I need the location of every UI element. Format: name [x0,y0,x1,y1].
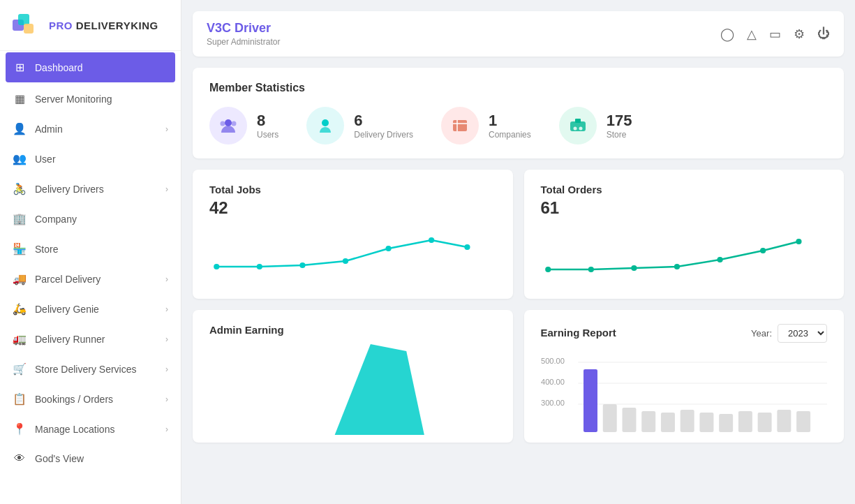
stat-label: Companies [489,130,531,140]
year-select[interactable]: 2023 2022 2021 [778,324,827,343]
svg-rect-44 [757,413,771,432]
stat-value: 8 [257,112,278,130]
svg-marker-28 [335,344,424,435]
svg-rect-1 [18,14,29,25]
nav-icon-gods-view: 👁 [13,452,27,465]
svg-rect-35 [583,369,597,432]
svg-point-12 [573,127,577,131]
svg-point-21 [545,267,551,272]
profile-icon[interactable]: ◯ [720,27,734,42]
svg-point-23 [631,265,637,271]
total-jobs-chart [209,226,496,282]
nav-label-bookings-orders: Bookings / Orders [35,394,157,405]
sidebar-item-user[interactable]: 👥 User [0,144,181,174]
logo-text: PRO DELIVERYKING [49,20,158,31]
nav-label-delivery-genie: Delivery Genie [35,304,157,315]
nav-icon-delivery-genie: 🛵 [13,302,27,316]
stat-label: Users [257,130,278,140]
sidebar-item-store-delivery[interactable]: 🛒 Store Delivery Services › [0,354,181,384]
alert-icon[interactable]: △ [747,27,757,42]
svg-rect-43 [738,411,752,432]
nav-label-gods-view: God's View [35,453,168,464]
main-content: V3C Driver Super Administrator ◯ △ ▭ ⚙ ⏻… [181,0,855,504]
sidebar-item-delivery-genie[interactable]: 🛵 Delivery Genie › [0,294,181,324]
charts-row: Total Jobs 42 Total Orders 61 [193,170,844,299]
stat-info: 1 Companies [489,112,531,140]
sidebar-item-gods-view[interactable]: 👁 God's View [0,444,181,473]
svg-point-22 [588,267,593,272]
nav-icon-delivery-runner: 🚛 [13,332,27,346]
sidebar-item-delivery-runner[interactable]: 🚛 Delivery Runner › [0,324,181,354]
sidebar-item-dashboard[interactable]: ⊞ Dashboard [6,52,175,82]
admin-earning-svg [209,344,496,435]
svg-rect-10 [570,121,586,131]
logo-icon [11,10,42,40]
stat-item-delivery-drivers: 6 Delivery Drivers [306,107,413,144]
header-card: V3C Driver Super Administrator ◯ △ ▭ ⚙ ⏻ [193,11,844,57]
sidebar-item-parcel-delivery[interactable]: 🚚 Parcel Delivery › [0,264,181,294]
nav-label-company: Company [35,214,168,225]
earning-report-svg: 500.00 400.00 300.00 [541,355,828,439]
svg-rect-41 [699,413,713,432]
admin-earning-card: Admin Earning [193,310,513,443]
svg-point-25 [717,257,722,262]
svg-point-5 [232,121,237,126]
header-info: V3C Driver Super Administrator [207,21,280,47]
earning-report-header: Earning Report Year: 2023 2022 2021 [541,324,828,350]
svg-point-27 [796,239,801,244]
svg-point-24 [674,264,679,269]
driver-name: V3C Driver [207,21,280,36]
svg-rect-2 [24,24,34,34]
bar-chart-area: 500.00 400.00 300.00 [541,355,828,439]
total-orders-value: 61 [541,198,828,218]
total-orders-card: Total Orders 61 [524,170,845,299]
stat-label: Delivery Drivers [354,130,413,140]
nav-label-store: Store [35,244,168,255]
total-orders-title: Total Orders [541,184,828,195]
svg-rect-45 [777,410,791,432]
sidebar-item-delivery-drivers[interactable]: 🚴 Delivery Drivers › [0,174,181,204]
sidebar: PRO DELIVERYKING ⊞ Dashboard ▦ Server Mo… [0,0,181,504]
stat-info: 8 Users [257,112,278,140]
nav-icon-bookings-orders: 📋 [13,392,27,406]
sidebar-item-admin[interactable]: 👤 Admin › [0,114,181,144]
sidebar-item-bookings-orders[interactable]: 📋 Bookings / Orders › [0,384,181,414]
nav-icon-parcel-delivery: 🚚 [13,272,27,286]
stat-value: 6 [354,112,413,130]
nav-icon-manage-locations: 📍 [13,422,27,436]
admin-earning-chart [209,344,496,435]
nav-label-store-delivery: Store Delivery Services [35,364,157,375]
nav-icon-dashboard: ⊞ [13,61,27,74]
svg-point-14 [214,264,219,269]
sidebar-item-server-monitoring[interactable]: ▦ Server Monitoring [0,84,181,114]
svg-point-20 [464,244,470,250]
stat-icon-purple [209,107,247,144]
svg-point-3 [225,119,232,126]
sidebar-item-company[interactable]: 🏢 Company [0,204,181,234]
nav-label-parcel-delivery: Parcel Delivery [35,274,157,285]
document-icon[interactable]: ▭ [769,27,781,42]
member-statistics-title: Member Statistics [209,82,827,94]
sidebar-item-manage-locations[interactable]: 📍 Manage Locations › [0,414,181,444]
svg-point-4 [221,121,225,126]
nav-icon-server-monitoring: ▦ [13,92,27,105]
earning-row: Admin Earning Earning Report Year: 2023 … [193,310,844,443]
stat-info: 6 Delivery Drivers [354,112,413,140]
nav-icon-company: 🏢 [13,212,27,225]
member-statistics-card: Member Statistics 8 Users 6 Delivery Dri… [193,68,844,158]
svg-rect-37 [622,408,636,432]
stats-grid: 8 Users 6 Delivery Drivers 1 Companies [209,107,827,144]
power-icon[interactable]: ⏻ [817,27,830,41]
svg-rect-36 [602,404,616,432]
svg-rect-39 [660,413,674,432]
chevron-store-delivery: › [165,364,168,374]
role-label: Super Administrator [207,37,280,47]
nav-icon-admin: 👤 [13,122,27,135]
header-actions: ◯ △ ▭ ⚙ ⏻ [720,27,830,42]
nav-label-manage-locations: Manage Locations [35,424,157,435]
settings-icon[interactable]: ⚙ [794,27,805,42]
chevron-delivery-drivers: › [165,184,168,194]
svg-point-6 [322,119,329,126]
sidebar-item-store[interactable]: 🏪 Store [0,234,181,264]
stat-value: 1 [489,112,531,130]
